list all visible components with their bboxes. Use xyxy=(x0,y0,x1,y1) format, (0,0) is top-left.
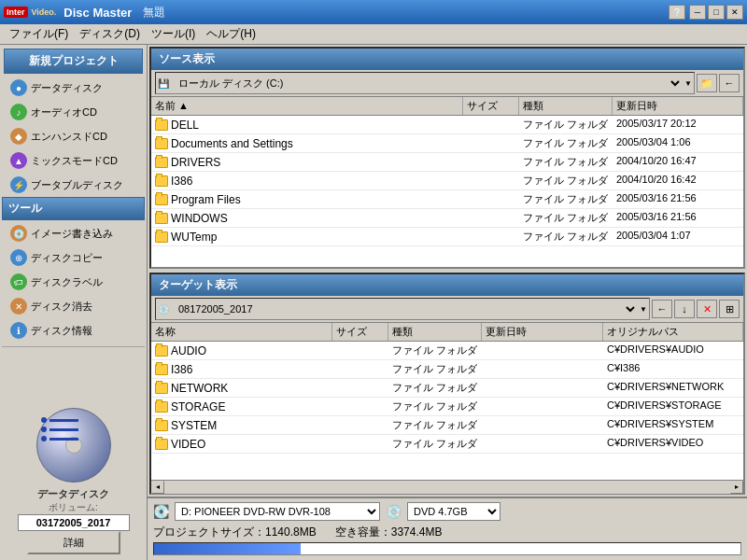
sidebar-item-disc-info-label: ディスク情報 xyxy=(31,324,92,338)
new-project-button[interactable]: 新規プロジェクト xyxy=(4,49,143,74)
target-nav-btn4[interactable]: ⊞ xyxy=(719,300,740,318)
target-col-path[interactable]: オリジナルパス xyxy=(603,323,743,341)
tools-section-header: ツール xyxy=(2,197,145,220)
source-col-name[interactable]: 名前 ▲ xyxy=(151,97,463,115)
table-row[interactable]: SYSTEM ファイル フォルダ C¥DRIVERS¥SYSTEM xyxy=(151,416,743,435)
title-bar: Inter Video. Disc Master 無題 ? ─ □ ✕ xyxy=(0,0,747,24)
sidebar-item-disc-copy[interactable]: ⊕ ディスクコピー xyxy=(2,245,145,270)
source-col-date[interactable]: 更新日時 xyxy=(613,97,743,115)
folder-icon xyxy=(155,119,168,131)
table-row[interactable]: I386 ファイル フォルダ C¥I386 xyxy=(151,360,743,379)
source-col-type[interactable]: 種類 xyxy=(519,97,613,115)
source-nav-btn1[interactable]: 📁 xyxy=(697,74,717,92)
sidebar: 新規プロジェクト ● データディスク ♪ オーディオCD ◆ エンハンスドCD … xyxy=(0,45,148,560)
list-cell-type: ファイル フォルダ xyxy=(388,398,482,415)
sidebar-item-disc-erase-label: ディスク消去 xyxy=(31,300,92,314)
target-nav-btn1[interactable]: ← xyxy=(652,300,672,318)
table-row[interactable]: WINDOWS ファイル フォルダ 2005/03/16 21:56 xyxy=(151,209,743,228)
app-name: Disc Master xyxy=(63,6,132,20)
list-cell-size xyxy=(332,398,388,415)
menu-help[interactable]: ヘルプ(H) xyxy=(201,24,261,44)
minimize-button[interactable]: ─ xyxy=(689,5,706,20)
sidebar-item-data-disc[interactable]: ● データディスク xyxy=(2,76,145,100)
sidebar-item-audio-cd[interactable]: ♪ オーディオCD xyxy=(2,100,145,124)
source-drive-select[interactable]: ローカル ディスク (C:) xyxy=(171,74,683,92)
file-name: NETWORK xyxy=(171,382,228,395)
hscroll-right-btn[interactable]: ▸ xyxy=(730,481,743,494)
target-horizontal-scrollbar[interactable]: ◂ ▸ xyxy=(151,480,743,493)
window-controls: ─ □ ✕ xyxy=(689,5,743,20)
status-row1: 💽 D: PIONEER DVD-RW DVR-108 💿 DVD 4.7GB xyxy=(153,502,741,521)
list-cell-path: C¥I386 xyxy=(603,360,743,378)
inter-logo: Inter xyxy=(4,7,28,18)
sidebar-item-disc-erase[interactable]: ✕ ディスク消去 xyxy=(2,294,145,318)
list-cell-size xyxy=(463,153,519,171)
folder-icon xyxy=(155,213,168,224)
disc-info-icon: ℹ xyxy=(10,322,27,339)
project-size-label: プロジェクトサイズ：1140.8MB xyxy=(153,525,317,540)
table-row[interactable]: I386 ファイル フォルダ 2004/10/20 16:42 xyxy=(151,172,743,190)
sidebar-item-mixed-cd[interactable]: ▲ ミックスモードCD xyxy=(2,148,145,173)
table-row[interactable]: STORAGE ファイル フォルダ C¥DRIVERS¥STORAGE xyxy=(151,398,743,416)
target-col-type[interactable]: 種類 xyxy=(388,323,482,341)
target-file-list[interactable]: 名称 サイズ 種類 更新日時 オリジナルパス AUDIO ファイル フォルダ C… xyxy=(151,323,743,480)
target-col-name[interactable]: 名称 xyxy=(151,323,332,341)
sidebar-item-disc-label[interactable]: 🏷 ディスクラベル xyxy=(2,270,145,294)
folder-icon xyxy=(155,439,168,450)
source-list-header: 名前 ▲ サイズ 種類 更新日時 xyxy=(151,97,743,116)
close-button[interactable]: ✕ xyxy=(726,5,743,20)
drive-select[interactable]: D: PIONEER DVD-RW DVR-108 xyxy=(175,502,380,521)
menu-file[interactable]: ファイル(F) xyxy=(4,24,74,44)
status-sizes: プロジェクトサイズ：1140.8MB 空き容量：3374.4MB xyxy=(153,525,741,540)
target-nav-btn3[interactable]: ✕ xyxy=(697,300,717,318)
disc-lines xyxy=(41,417,78,464)
target-col-date[interactable]: 更新日時 xyxy=(482,323,603,341)
disc-erase-icon: ✕ xyxy=(10,298,27,315)
progress-bar-fill xyxy=(154,543,301,554)
sidebar-item-disc-info[interactable]: ℹ ディスク情報 xyxy=(2,318,145,343)
table-row[interactable]: AUDIO ファイル フォルダ C¥DRIVERS¥AUDIO xyxy=(151,342,743,360)
folder-icon xyxy=(155,175,168,187)
maximize-button[interactable]: □ xyxy=(708,5,725,20)
detail-button[interactable]: 詳細 xyxy=(27,531,120,554)
image-write-icon: 💿 xyxy=(10,225,27,242)
list-cell-date: 2005/03/17 20:12 xyxy=(613,116,743,133)
list-cell-size xyxy=(332,435,388,453)
file-name: AUDIO xyxy=(171,344,206,357)
target-col-size[interactable]: サイズ xyxy=(332,323,388,341)
file-name: DELL xyxy=(171,119,199,132)
folder-icon xyxy=(155,401,168,413)
list-cell-name: VIDEO xyxy=(151,435,332,453)
hscroll-left-btn[interactable]: ◂ xyxy=(151,481,164,494)
target-panel: ターゲット表示 💿 08172005_2017 ▼ ← ↓ ✕ ⊞ 名称 サイズ xyxy=(149,273,745,495)
sidebar-item-bootable[interactable]: ⚡ ブータブルディスク xyxy=(2,173,145,197)
source-col-size[interactable]: サイズ xyxy=(463,97,519,115)
list-cell-name: WUTemp xyxy=(151,228,463,245)
sidebar-item-image-write[interactable]: 💿 イメージ書き込み xyxy=(2,221,145,245)
table-row[interactable]: WUTemp ファイル フォルダ 2005/03/04 1:07 xyxy=(151,228,743,246)
target-nav-btn2[interactable]: ↓ xyxy=(674,300,695,318)
table-row[interactable]: Program Files ファイル フォルダ 2005/03/16 21:56 xyxy=(151,190,743,209)
table-row[interactable]: NETWORK ファイル フォルダ C¥DRIVERS¥NETWORK xyxy=(151,379,743,398)
source-nav-btn2[interactable]: ← xyxy=(719,74,740,92)
sidebar-item-enhanced-cd[interactable]: ◆ エンハンスドCD xyxy=(2,124,145,148)
table-row[interactable]: DELL ファイル フォルダ 2005/03/17 20:12 xyxy=(151,116,743,134)
progress-bar-container xyxy=(153,542,741,555)
source-file-list[interactable]: 名前 ▲ サイズ 種類 更新日時 DELL ファイル フォルダ 2005/03/… xyxy=(151,97,743,267)
sidebar-item-bootable-label: ブータブルディスク xyxy=(31,178,123,192)
table-row[interactable]: VIDEO ファイル フォルダ C¥DRIVERS¥VIDEO xyxy=(151,435,743,454)
list-cell-date: 2005/03/16 21:56 xyxy=(613,209,743,227)
target-drive-select[interactable]: 08172005_2017 xyxy=(171,300,638,318)
table-row[interactable]: Documents and Settings ファイル フォルダ 2005/03… xyxy=(151,134,743,153)
capacity-select[interactable]: DVD 4.7GB xyxy=(407,502,500,521)
menu-disc[interactable]: ディスク(D) xyxy=(74,24,146,44)
list-cell-date: 2004/10/20 16:47 xyxy=(613,153,743,171)
volume-value: 03172005_2017 xyxy=(18,514,130,531)
list-cell-type: ファイル フォルダ xyxy=(388,360,482,378)
list-cell-name: NETWORK xyxy=(151,379,332,397)
help-button[interactable]: ? xyxy=(669,5,685,20)
folder-icon xyxy=(155,345,168,357)
menu-tools[interactable]: ツール(I) xyxy=(146,24,201,44)
table-row[interactable]: DRIVERS ファイル フォルダ 2004/10/20 16:47 xyxy=(151,153,743,172)
disc-capacity-icon: 💿 xyxy=(386,504,402,519)
